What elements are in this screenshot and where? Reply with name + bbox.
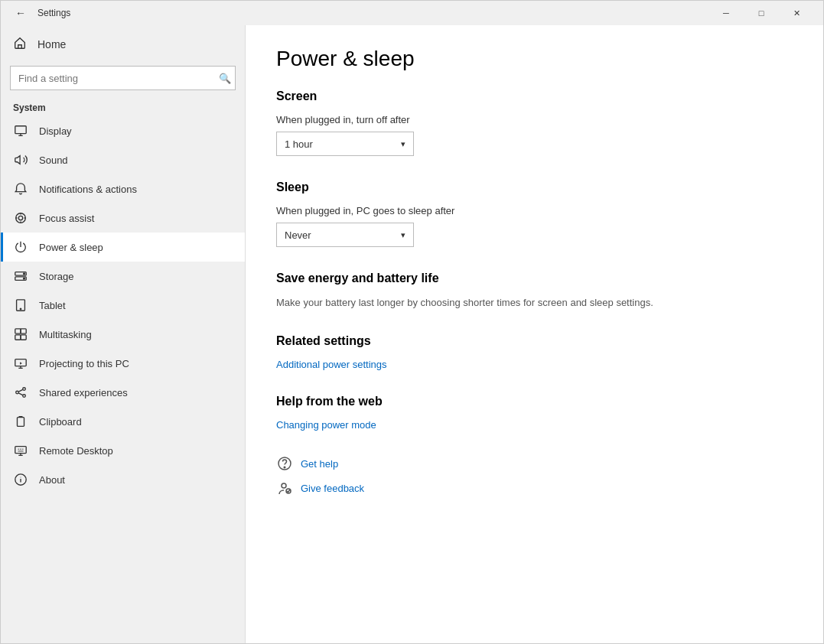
screen-dropdown-value: 1 hour <box>285 138 313 150</box>
titlebar-title: Settings <box>37 8 708 18</box>
sidebar-item-multitasking[interactable]: Multitasking <box>1 320 245 349</box>
sidebar-item-clipboard[interactable]: Clipboard <box>1 407 245 436</box>
screen-plugged-label: When plugged in, turn off after <box>276 114 793 125</box>
svg-point-1 <box>16 213 26 223</box>
related-settings-title: Related settings <box>276 334 793 348</box>
home-icon <box>13 36 27 52</box>
storage-icon <box>13 269 28 283</box>
sidebar-item-focus[interactable]: Focus assist <box>1 203 245 233</box>
home-label: Home <box>37 38 66 50</box>
svg-rect-0 <box>15 126 26 134</box>
sidebar-item-storage-label: Storage <box>39 271 74 282</box>
sidebar: Home 🔍 System Display <box>1 25 246 643</box>
search-icon: 🔍 <box>219 73 231 84</box>
give-feedback-row[interactable]: Give feedback <box>276 480 793 496</box>
sleep-section: Sleep When plugged in, PC goes to sleep … <box>276 181 793 247</box>
display-icon <box>13 124 28 138</box>
power-icon <box>13 240 28 254</box>
sidebar-item-power[interactable]: Power & sleep <box>1 233 245 262</box>
focus-icon <box>13 211 28 225</box>
svg-point-16 <box>23 395 26 398</box>
titlebar-controls: ─ □ ✕ <box>708 1 814 25</box>
remote-icon <box>13 444 28 457</box>
sidebar-item-notifications-label: Notifications & actions <box>39 184 137 195</box>
svg-rect-18 <box>15 447 26 454</box>
notifications-icon <box>13 182 28 196</box>
svg-point-8 <box>20 308 21 309</box>
screen-section-title: Screen <box>276 89 793 103</box>
sidebar-item-power-label: Power & sleep <box>39 242 103 253</box>
sidebar-item-tablet[interactable]: Tablet <box>1 291 245 320</box>
back-button[interactable]: ← <box>10 2 31 24</box>
sleep-dropdown-arrow: ▾ <box>401 230 405 240</box>
sidebar-item-projecting-label: Projecting to this PC <box>39 358 129 369</box>
multitasking-icon <box>13 327 28 341</box>
search-input[interactable] <box>10 66 236 90</box>
about-icon <box>13 473 28 486</box>
settings-window: ← Settings ─ □ ✕ Home 🔍 <box>0 0 824 644</box>
sleep-dropdown-value: Never <box>285 229 311 241</box>
svg-rect-11 <box>15 335 21 340</box>
get-help-row[interactable]: Get help <box>276 455 793 472</box>
svg-rect-12 <box>21 335 26 340</box>
svg-rect-9 <box>15 329 21 333</box>
svg-rect-17 <box>18 418 24 427</box>
sleep-plugged-label: When plugged in, PC goes to sleep after <box>276 205 793 216</box>
changing-power-mode-link[interactable]: Changing power mode <box>276 419 793 431</box>
sidebar-item-tablet-label: Tablet <box>39 300 66 311</box>
sidebar-item-focus-label: Focus assist <box>39 213 94 224</box>
screen-dropdown-arrow: ▾ <box>401 139 405 149</box>
clipboard-icon <box>13 415 28 428</box>
sidebar-item-about-label: About <box>39 474 65 486</box>
search-box: 🔍 <box>10 66 236 90</box>
sidebar-item-about[interactable]: About <box>1 465 245 494</box>
sidebar-item-shared[interactable]: Shared experiences <box>1 378 245 407</box>
content-area: Home 🔍 System Display <box>1 25 823 643</box>
save-energy-section: Save energy and battery life Make your b… <box>276 272 793 310</box>
help-web-title: Help from the web <box>276 395 793 408</box>
minimize-button[interactable]: ─ <box>708 1 744 25</box>
save-energy-desc: Make your battery last longer by choosin… <box>276 296 735 310</box>
shared-icon <box>13 385 28 399</box>
sidebar-item-remote[interactable]: Remote Desktop <box>1 436 245 465</box>
sidebar-item-home[interactable]: Home <box>1 25 245 63</box>
sidebar-item-notifications[interactable]: Notifications & actions <box>1 174 245 203</box>
sidebar-item-display-label: Display <box>39 125 72 137</box>
sidebar-section-label: System <box>1 98 245 116</box>
page-title: Power & sleep <box>276 47 793 71</box>
close-button[interactable]: ✕ <box>779 1 814 25</box>
svg-point-2 <box>18 216 22 220</box>
sidebar-item-remote-label: Remote Desktop <box>39 445 113 457</box>
sidebar-item-sound[interactable]: Sound <box>1 145 245 174</box>
additional-power-settings-link[interactable]: Additional power settings <box>276 359 793 370</box>
svg-rect-10 <box>21 329 26 333</box>
maximize-button[interactable]: □ <box>744 1 779 25</box>
svg-point-5 <box>24 273 25 275</box>
svg-point-21 <box>284 467 285 468</box>
svg-point-14 <box>23 388 26 391</box>
svg-point-22 <box>282 483 286 488</box>
screen-dropdown[interactable]: 1 hour ▾ <box>276 132 414 156</box>
sidebar-item-display[interactable]: Display <box>1 116 245 145</box>
projecting-icon <box>13 356 28 370</box>
sleep-section-title: Sleep <box>276 181 793 194</box>
svg-point-15 <box>16 391 19 394</box>
sidebar-item-projecting[interactable]: Projecting to this PC <box>1 349 245 378</box>
sidebar-item-shared-label: Shared experiences <box>39 387 128 398</box>
svg-point-6 <box>24 278 25 279</box>
save-energy-title: Save energy and battery life <box>276 272 793 285</box>
sidebar-item-storage[interactable]: Storage <box>1 262 245 291</box>
titlebar: ← Settings ─ □ ✕ <box>1 1 823 25</box>
get-help-label: Get help <box>301 458 338 470</box>
screen-section: Screen When plugged in, turn off after 1… <box>276 89 793 156</box>
related-settings-section: Related settings Additional power settin… <box>276 334 793 370</box>
sidebar-item-sound-label: Sound <box>39 154 68 166</box>
help-web-section: Help from the web Changing power mode <box>276 395 793 431</box>
get-help-icon <box>276 455 293 472</box>
main-content: Power & sleep Screen When plugged in, tu… <box>246 25 823 643</box>
give-feedback-icon <box>276 480 293 496</box>
give-feedback-label: Give feedback <box>301 483 364 494</box>
sleep-dropdown[interactable]: Never ▾ <box>276 223 414 247</box>
sidebar-item-clipboard-label: Clipboard <box>39 416 82 428</box>
sidebar-item-multitasking-label: Multitasking <box>39 329 92 340</box>
